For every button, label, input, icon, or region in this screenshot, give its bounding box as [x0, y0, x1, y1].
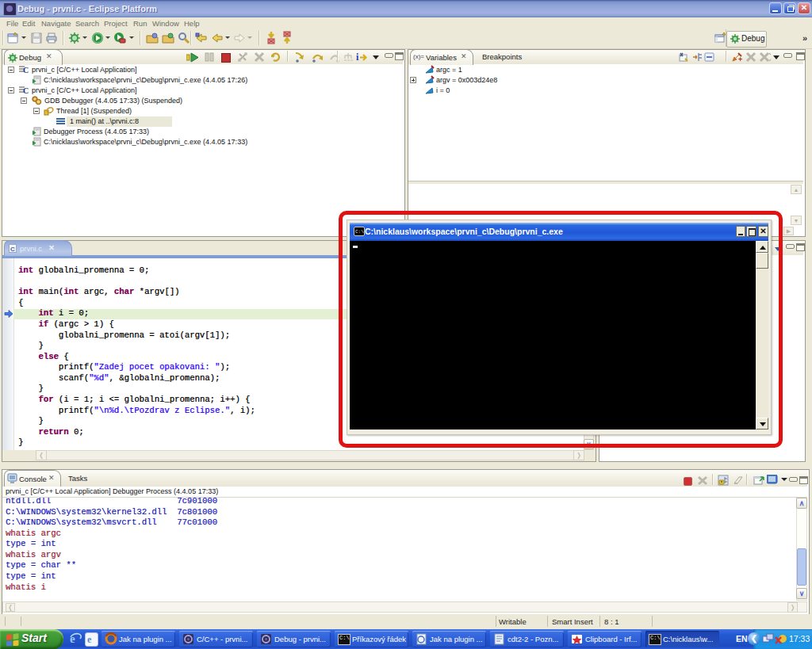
svg-text:i: i: [356, 52, 359, 63]
svg-text:e: e: [87, 634, 92, 644]
svg-text:C: C: [23, 86, 29, 95]
svg-text:C: C: [23, 66, 29, 74]
svg-text:+: +: [738, 55, 742, 63]
